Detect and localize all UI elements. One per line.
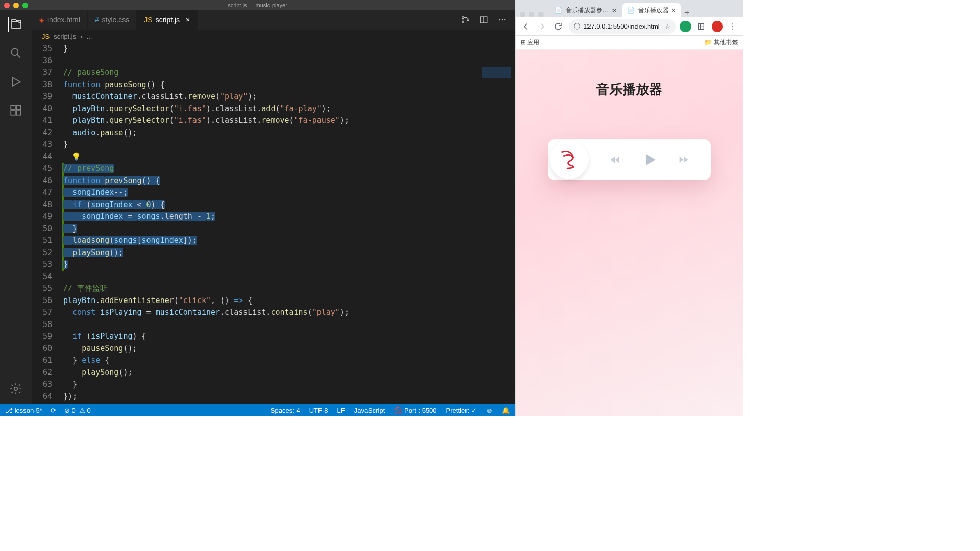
maximize-icon[interactable] bbox=[22, 3, 28, 8]
titlebar: script.js — music-player bbox=[0, 0, 515, 10]
chrome-tabstrip: 📄音乐播放器参照页×📄音乐播放器× + bbox=[516, 0, 743, 17]
feedback-icon[interactable]: ☺ bbox=[486, 407, 493, 414]
vscode-window: script.js — music-player ◈index.html#sty… bbox=[0, 0, 515, 416]
svg-point-8 bbox=[467, 19, 469, 21]
extensions-icon[interactable] bbox=[9, 103, 23, 117]
breadcrumb[interactable]: JS script.js › ... bbox=[32, 30, 515, 43]
minimize-icon[interactable] bbox=[13, 3, 19, 8]
editor-tab[interactable]: #style.css bbox=[88, 10, 137, 30]
other-bookmarks[interactable]: 📁 其他书签 bbox=[704, 38, 738, 47]
profile-avatar[interactable] bbox=[680, 21, 691, 32]
svg-point-14 bbox=[732, 23, 733, 24]
chrome-menu-icon[interactable] bbox=[727, 20, 739, 33]
tab-label: 音乐播放器 bbox=[638, 6, 669, 15]
close-tab-icon[interactable]: × bbox=[186, 16, 190, 24]
prettier-indicator[interactable]: Prettier: ✓ bbox=[446, 407, 477, 414]
svg-rect-2 bbox=[16, 105, 21, 110]
play-button[interactable] bbox=[641, 151, 658, 168]
page-content: 音乐播放器 bbox=[516, 50, 743, 416]
encoding-indicator[interactable]: UTF-8 bbox=[309, 407, 328, 414]
bookmark-star-icon[interactable]: ☆ bbox=[665, 22, 671, 30]
status-bar: ⎇ lesson-5* ⟳ ⊘ 0 ⚠ 0 Spaces: 4 UTF-8 LF… bbox=[0, 404, 515, 416]
svg-rect-4 bbox=[16, 111, 21, 115]
run-icon[interactable] bbox=[9, 74, 23, 89]
chrome-window: 📄音乐播放器参照页×📄音乐播放器× + ⓘ 127.0.0.1:5500/ind… bbox=[515, 0, 743, 416]
language-indicator[interactable]: JavaScript bbox=[354, 407, 385, 414]
settings-gear-icon[interactable] bbox=[9, 382, 23, 396]
window-title: script.js — music-player bbox=[228, 2, 287, 8]
minimize-icon[interactable] bbox=[529, 12, 534, 17]
chrome-toolbar: ⓘ 127.0.0.1:5500/index.html ☆ bbox=[516, 17, 743, 36]
reload-button[interactable] bbox=[552, 20, 565, 33]
eol-indicator[interactable]: LF bbox=[337, 407, 345, 414]
close-tab-icon[interactable]: × bbox=[672, 7, 676, 14]
back-button[interactable] bbox=[520, 20, 532, 33]
problems-indicator[interactable]: ⊘ 0 ⚠ 0 bbox=[64, 407, 91, 414]
editor-tab[interactable]: ◈index.html bbox=[32, 10, 88, 30]
info-icon[interactable]: ⓘ bbox=[574, 22, 580, 31]
indentation-indicator[interactable]: Spaces: 4 bbox=[271, 407, 300, 414]
more-actions-icon[interactable] bbox=[498, 15, 507, 24]
traffic-lights bbox=[520, 12, 544, 17]
branch-indicator[interactable]: ⎇ lesson-5* bbox=[5, 407, 42, 414]
url-text: 127.0.0.1:5500/index.html bbox=[583, 22, 662, 30]
album-art bbox=[550, 140, 589, 179]
maximize-icon[interactable] bbox=[538, 12, 544, 17]
new-tab-button[interactable]: + bbox=[682, 8, 692, 17]
tab-label: script.js bbox=[156, 16, 180, 24]
svg-point-0 bbox=[11, 48, 18, 55]
forward-button[interactable] bbox=[536, 20, 548, 33]
tab-label: index.html bbox=[47, 16, 80, 24]
prev-button[interactable] bbox=[609, 154, 621, 165]
apps-shortcut[interactable]: ⊞ 应用 bbox=[521, 38, 540, 47]
svg-point-5 bbox=[14, 387, 18, 391]
tab-label: style.css bbox=[102, 16, 130, 24]
svg-point-11 bbox=[502, 19, 503, 20]
svg-point-10 bbox=[499, 19, 500, 20]
traffic-lights bbox=[4, 3, 28, 8]
favicon-icon: 📄 bbox=[555, 7, 562, 14]
explorer-icon[interactable] bbox=[8, 17, 22, 32]
browser-tab[interactable]: 📄音乐播放器参照页× bbox=[550, 3, 621, 17]
code-editor[interactable]: 3536373839404142434445464748495051525354… bbox=[32, 43, 515, 404]
activity-bar bbox=[0, 10, 32, 404]
lightbulb-icon[interactable]: 💡 bbox=[71, 152, 81, 161]
music-player-card bbox=[548, 139, 711, 180]
close-tab-icon[interactable]: × bbox=[612, 7, 616, 14]
favicon-icon: 📄 bbox=[627, 7, 635, 14]
editor-tabs: ◈index.html#style.cssJSscript.js× bbox=[32, 10, 515, 30]
code-content[interactable]: } // pauseSongfunction pauseSong() { mus… bbox=[63, 43, 479, 403]
next-button[interactable] bbox=[678, 154, 689, 165]
source-control-icon[interactable] bbox=[461, 15, 470, 24]
editor-tab[interactable]: JSscript.js× bbox=[137, 10, 198, 30]
split-editor-icon[interactable] bbox=[479, 15, 488, 24]
breadcrumb-file: script.js bbox=[54, 33, 76, 40]
sync-icon[interactable]: ⟳ bbox=[51, 407, 56, 414]
svg-rect-13 bbox=[699, 23, 704, 29]
svg-rect-1 bbox=[11, 105, 15, 110]
line-numbers: 3536373839404142434445464748495051525354… bbox=[32, 43, 63, 403]
bookmarks-bar: ⊞ 应用 📁 其他书签 bbox=[516, 36, 743, 50]
svg-point-6 bbox=[462, 17, 464, 19]
editor-area: ◈index.html#style.cssJSscript.js× JS scr… bbox=[32, 10, 515, 404]
svg-rect-3 bbox=[11, 111, 15, 115]
extensions-icon[interactable] bbox=[695, 20, 707, 33]
close-icon[interactable] bbox=[4, 3, 10, 8]
tab-label: 音乐播放器参照页 bbox=[566, 6, 609, 15]
svg-point-15 bbox=[732, 26, 733, 27]
minimap[interactable] bbox=[479, 43, 515, 404]
close-avatar[interactable] bbox=[712, 21, 723, 32]
browser-tab[interactable]: 📄音乐播放器× bbox=[622, 3, 681, 17]
address-bar[interactable]: ⓘ 127.0.0.1:5500/index.html ☆ bbox=[569, 19, 676, 34]
svg-point-12 bbox=[504, 19, 505, 20]
close-icon[interactable] bbox=[520, 12, 525, 17]
port-indicator[interactable]: 🚫 Port : 5500 bbox=[394, 407, 436, 414]
bell-icon[interactable]: 🔔 bbox=[502, 407, 510, 414]
search-icon[interactable] bbox=[9, 46, 23, 60]
svg-point-7 bbox=[462, 21, 464, 23]
svg-point-16 bbox=[732, 28, 733, 29]
page-title: 音乐播放器 bbox=[596, 81, 663, 98]
